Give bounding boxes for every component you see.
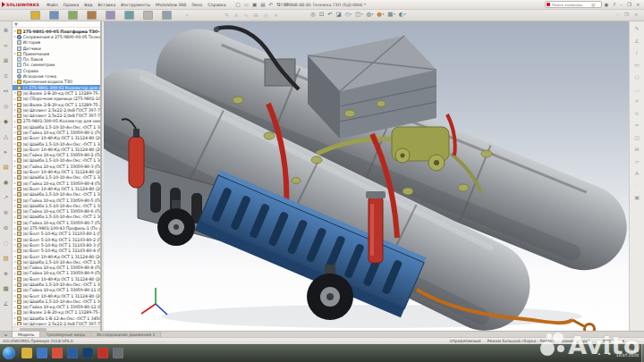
tree-item[interactable]: ▸(в) Сборочная единица (275-9801-100-05 … [13, 97, 102, 102]
start-button[interactable] [3, 347, 15, 359]
menu-правка[interactable]: Правка [64, 3, 79, 7]
tree-item[interactable]: ▸(в) Гайка 10-кд ОСТ 1 33059-80-11 (По у… [13, 288, 102, 293]
smart-dimension-icon[interactable]: ∠ [634, 35, 639, 47]
tree-item[interactable]: ▸(в) Болт 5-10-Кд ОСТ 1 31103-80-3 (По у… [13, 242, 102, 248]
exploded-view-icon[interactable]: ◉ [4, 175, 9, 190]
edit-appearance-icon[interactable]: ●▾ [377, 11, 384, 18]
interference-detection-icon[interactable]: ⊗ [4, 206, 8, 221]
app-blue-icon[interactable] [67, 348, 78, 358]
mate-icon[interactable]: ∞ [4, 38, 8, 54]
tree-item[interactable]: ▸(в) Валек 2-В-20-кд ОСТ 1 13289-75-1 (П… [13, 90, 102, 96]
tree-item[interactable]: ▸(в) Болт 5-10-Кд ОСТ 1 31103-80-4 (По у… [13, 248, 102, 254]
move-component-icon[interactable]: ↔ [4, 84, 8, 99]
assembly-visualization-icon[interactable]: ▧ [3, 251, 8, 266]
tree-item[interactable]: ▸(в) 275-9801-100-43 Профиль-1 (По умолч… [13, 225, 102, 231]
menu-окно[interactable]: Окно [191, 3, 202, 7]
search-icon[interactable]: ◎ [591, 2, 595, 7]
instant3d-icon[interactable]: ◈ [4, 266, 8, 282]
tree-item[interactable]: ▸(в) Шайба 1,5-10-10-Ан.Окс.-ОСТ 1 34509… [13, 299, 102, 304]
rectangle-icon[interactable]: ▭ [634, 59, 640, 72]
sketch-pattern-icon[interactable]: ⊞ [634, 143, 639, 156]
save-icon[interactable]: ▣ [252, 1, 257, 9]
graphics-viewport[interactable] [104, 21, 629, 331]
tree-item[interactable]: ▸(в) Болт 5-10-Кд ОСТ 1 31103-80-2 (По у… [13, 237, 102, 242]
tree-item[interactable]: ▸Сопряжения в 275-9800-00-05 Тележка ТЗО [13, 34, 102, 39]
bill-of-materials-icon[interactable]: ▤ [3, 160, 8, 175]
app-darkblue-icon[interactable] [82, 348, 93, 358]
circle-icon[interactable]: ○ [634, 71, 639, 83]
tree-item[interactable]: ▸(в) Шайба 1,5-10-10-Ан.Окс.-ОСТ 1 34509… [13, 192, 102, 198]
tree-item[interactable]: ▸(в) Болт 10-40-Кд ОСТ 1 31124-80 (2021А… [13, 186, 102, 191]
tree-item[interactable]: ▸(в) Болт 10-40-Кд ОСТ 1 31124-80 (2021А… [13, 276, 102, 282]
tab-extra-1[interactable] [143, 11, 153, 20]
large-assembly-mode-icon[interactable]: ▦ [3, 282, 8, 297]
tree-item[interactable]: ▸(в) Гайка 10-кд ОСТ 1 33059-80-2 (По ум… [13, 153, 102, 158]
tab-configurationmanager[interactable] [68, 11, 78, 20]
measure-icon[interactable]: ∠ [4, 297, 9, 312]
view-orientation-icon[interactable]: ◇▾ [345, 11, 352, 18]
show-hidden-icon[interactable]: ◎ [4, 99, 9, 114]
units-selector[interactable]: ММГС ▾ [597, 339, 624, 343]
help-icon[interactable]: ? [613, 2, 615, 7]
hide-show-items-icon[interactable]: ◍▾ [366, 11, 373, 18]
line-icon[interactable]: ∕ [636, 46, 638, 59]
apply-scene-icon[interactable]: ▦▾ [387, 11, 394, 18]
motion-study-icon[interactable]: ▸ [4, 145, 7, 160]
search-input[interactable] [552, 2, 591, 7]
tree-item[interactable]: ▸(в) Болт 10-40-Кд ОСТ 1 31124-80 (2021А… [13, 254, 102, 259]
internet-explorer-icon[interactable] [37, 348, 47, 358]
tab-displaymanager[interactable] [106, 11, 115, 20]
trim-icon[interactable]: × [634, 95, 639, 107]
point-icon[interactable]: · [636, 180, 638, 192]
tree-item[interactable]: ▸(в) Болт 10-40-Кд ОСТ 1 31124-80 (2021А… [13, 169, 102, 174]
assembly-features-icon[interactable]: ◆ [4, 114, 8, 130]
tray-icon-2[interactable]: ◦ [603, 351, 606, 356]
tree-item[interactable]: ▸(в) Болт 10-40-Кд ОСТ 1 31124-80 (2021А… [13, 147, 102, 152]
convert-entities-icon[interactable]: ⊂ [634, 107, 639, 120]
menu-справка[interactable]: Справка [208, 3, 225, 7]
print-icon[interactable]: ▤ [260, 1, 265, 9]
previous-view-icon[interactable]: ↶ [327, 11, 332, 18]
explode-line-icon[interactable]: ↗ [4, 190, 8, 206]
view-settings-icon[interactable]: ◐▾ [399, 11, 406, 18]
chrome-icon[interactable] [52, 348, 63, 358]
tree-item[interactable]: ▸275-9801-300-05 Коллектор для замеров-1… [13, 119, 102, 124]
tree-item[interactable]: ▸(в) Гайка 10-кд ОСТ 1 33059-80-8 (По ум… [13, 265, 102, 270]
tree-item[interactable]: ▸(в) Шайба 1,5-10-10-Ан.Окс.-ОСТ 1 34509… [13, 124, 102, 130]
new-document-icon[interactable]: □ [236, 1, 241, 9]
menu-вставка[interactable]: Вставка [98, 3, 115, 7]
doc-restore-icon[interactable]: ❐ [624, 12, 628, 17]
tree-item[interactable]: ▸(в) Болт 5-10-Кд ОСТ 1 31103-80-1 (По у… [13, 232, 102, 237]
smart-fasteners-icon[interactable]: ≡ [4, 69, 8, 84]
tree-item[interactable]: ▸(в) Валек 2-В-20-кд ОСТ 1 13289-75-2 (П… [13, 102, 102, 107]
display-style-icon[interactable]: ◫▾ [355, 11, 362, 18]
tray-icon-3[interactable]: ▪ [608, 351, 611, 356]
tree-item[interactable]: ▸(в) Шплинт 2,5х22-2,0х8 ГОСТ 397-79-3 (… [13, 321, 102, 325]
tree-item[interactable]: ▸(в) Гайка 10-кд ОСТ 1 33059-80-9 (По ум… [13, 271, 102, 276]
undo-icon[interactable]: ↶ [268, 1, 273, 9]
tree-item[interactable]: ▸(в) Гайка 10-кд ОСТ 1 33059-80-1 (По ум… [13, 130, 102, 135]
mirror-entities-icon[interactable]: ◫ [634, 131, 640, 144]
taskbar-clock[interactable]: 23:23 10.07.2020 [616, 349, 639, 358]
insert-components-icon[interactable]: ⊕ [4, 23, 8, 38]
close-icon[interactable]: × [636, 2, 640, 7]
selected-tool-icon[interactable]: ▣ [634, 191, 640, 204]
tray-icon-1[interactable]: ▴ [598, 351, 600, 356]
tree-item[interactable]: ▸(в) Гайка 10-кд ОСТ 1 33059-80-4 (По ум… [13, 181, 102, 186]
zoom-fit-icon[interactable]: ◎ [310, 11, 316, 18]
tree-item[interactable]: ▾275-9801-00-05 Платформа ТЗО-1 (По умол… [13, 29, 102, 34]
menu-инструменты[interactable]: Инструменты [121, 3, 150, 7]
tree-item[interactable]: ▸(в) Шайба 1,5-10-10-Ан.Окс.-ОСТ 1 34509… [13, 282, 102, 287]
tree-item[interactable]: ▸(в) Шайба 1,5-10-10-Ан.Окс.-ОСТ 1 34509… [13, 175, 102, 181]
tree-item[interactable]: ▸(в) Гайка 10-кд ОСТ 1 33059-80-6 (По ум… [13, 209, 102, 215]
tree-item[interactable]: ▸(в) Шплинт 2,5х22-2,0х8 ГОСТ 397-79-2 (… [13, 113, 102, 118]
app-gray-icon[interactable] [113, 348, 123, 358]
doc-minimize-icon[interactable]: – [616, 12, 619, 17]
sketch-icon[interactable]: ✎ [634, 22, 639, 35]
tree-item[interactable]: ▸(в) Шайба 1,5-10-10-Ан.Окс.-ОСТ 1 34509… [13, 141, 102, 147]
user-account-icon[interactable]: ◉ [604, 2, 608, 7]
resize-grip-icon[interactable]: ⋮⋮ [631, 339, 639, 343]
menu-вид[interactable]: Вид [84, 3, 92, 7]
offset-entities-icon[interactable]: ≈ [634, 119, 639, 131]
tree-item[interactable]: ▸(-) 275-9801-300-02 Коллектор для замер… [13, 85, 102, 90]
